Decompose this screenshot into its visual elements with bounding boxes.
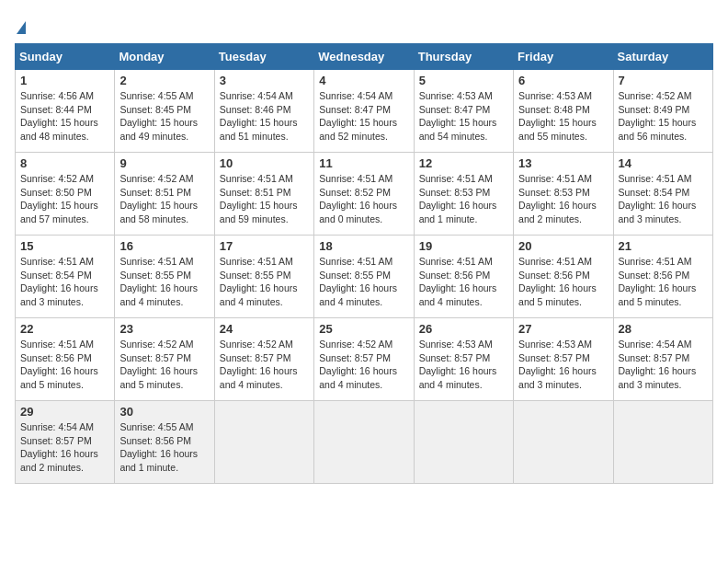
day-cell — [414, 401, 513, 484]
day-info: Sunrise: 4:52 AM Sunset: 8:49 PM Dayligh… — [619, 89, 708, 144]
day-cell — [514, 401, 613, 484]
day-info: Sunrise: 4:52 AM Sunset: 8:57 PM Dayligh… — [319, 338, 408, 392]
day-info: Sunrise: 4:54 AM Sunset: 8:57 PM Dayligh… — [20, 420, 109, 475]
calendar-body: 1Sunrise: 4:56 AM Sunset: 8:44 PM Daylig… — [16, 70, 713, 484]
day-cell: 4Sunrise: 4:54 AM Sunset: 8:47 PM Daylig… — [314, 70, 414, 153]
day-info: Sunrise: 4:55 AM Sunset: 8:56 PM Dayligh… — [119, 420, 209, 475]
day-number: 16 — [119, 239, 209, 253]
day-number: 14 — [619, 156, 708, 170]
day-number: 3 — [220, 74, 309, 87]
day-number: 7 — [619, 74, 708, 87]
day-cell — [613, 401, 712, 484]
day-cell: 2Sunrise: 4:55 AM Sunset: 8:45 PM Daylig… — [115, 70, 214, 153]
day-cell: 6Sunrise: 4:53 AM Sunset: 8:48 PM Daylig… — [514, 70, 613, 153]
day-info: Sunrise: 4:51 AM Sunset: 8:53 PM Dayligh… — [419, 172, 508, 226]
day-cell: 23Sunrise: 4:52 AM Sunset: 8:57 PM Dayli… — [115, 318, 214, 401]
day-cell: 11Sunrise: 4:51 AM Sunset: 8:52 PM Dayli… — [314, 153, 414, 236]
day-cell: 22Sunrise: 4:51 AM Sunset: 8:56 PM Dayli… — [16, 318, 115, 401]
day-cell — [314, 401, 414, 484]
day-info: Sunrise: 4:51 AM Sunset: 8:56 PM Dayligh… — [419, 255, 508, 309]
day-header-tuesday: Tuesday — [214, 44, 313, 70]
day-number: 9 — [119, 156, 209, 170]
logo-text — [15, 15, 26, 36]
day-info: Sunrise: 4:51 AM Sunset: 8:53 PM Dayligh… — [518, 172, 608, 226]
day-number: 11 — [319, 156, 408, 170]
day-info: Sunrise: 4:51 AM Sunset: 8:56 PM Dayligh… — [518, 255, 608, 309]
day-cell: 18Sunrise: 4:51 AM Sunset: 8:55 PM Dayli… — [314, 236, 414, 318]
day-cell: 8Sunrise: 4:52 AM Sunset: 8:50 PM Daylig… — [16, 153, 115, 236]
day-cell: 19Sunrise: 4:51 AM Sunset: 8:56 PM Dayli… — [414, 236, 513, 318]
day-cell: 13Sunrise: 4:51 AM Sunset: 8:53 PM Dayli… — [514, 153, 613, 236]
day-cell: 9Sunrise: 4:52 AM Sunset: 8:51 PM Daylig… — [115, 153, 214, 236]
calendar-table: SundayMondayTuesdayWednesdayThursdayFrid… — [15, 43, 713, 484]
day-header-saturday: Saturday — [613, 44, 712, 70]
day-number: 25 — [319, 322, 408, 336]
day-number: 6 — [518, 74, 608, 87]
day-info: Sunrise: 4:53 AM Sunset: 8:57 PM Dayligh… — [518, 338, 608, 392]
day-cell: 29Sunrise: 4:54 AM Sunset: 8:57 PM Dayli… — [16, 401, 115, 484]
day-cell: 5Sunrise: 4:53 AM Sunset: 8:47 PM Daylig… — [414, 70, 513, 153]
day-cell: 17Sunrise: 4:51 AM Sunset: 8:55 PM Dayli… — [214, 236, 313, 318]
day-header-sunday: Sunday — [16, 44, 115, 70]
day-cell: 28Sunrise: 4:54 AM Sunset: 8:57 PM Dayli… — [613, 318, 712, 401]
day-number: 13 — [518, 156, 608, 170]
day-number: 18 — [319, 239, 408, 253]
day-cell: 24Sunrise: 4:52 AM Sunset: 8:57 PM Dayli… — [214, 318, 313, 401]
day-number: 8 — [20, 156, 109, 170]
day-number: 15 — [20, 239, 109, 253]
day-header-wednesday: Wednesday — [314, 44, 414, 70]
day-number: 23 — [119, 322, 209, 336]
day-cell: 16Sunrise: 4:51 AM Sunset: 8:55 PM Dayli… — [115, 236, 214, 318]
day-info: Sunrise: 4:53 AM Sunset: 8:57 PM Dayligh… — [419, 338, 508, 392]
day-number: 12 — [419, 156, 508, 170]
day-cell: 21Sunrise: 4:51 AM Sunset: 8:56 PM Dayli… — [613, 236, 712, 318]
logo — [15, 15, 26, 36]
day-info: Sunrise: 4:51 AM Sunset: 8:56 PM Dayligh… — [619, 255, 708, 309]
week-row-5: 29Sunrise: 4:54 AM Sunset: 8:57 PM Dayli… — [16, 401, 713, 484]
day-cell: 26Sunrise: 4:53 AM Sunset: 8:57 PM Dayli… — [414, 318, 513, 401]
day-cell: 1Sunrise: 4:56 AM Sunset: 8:44 PM Daylig… — [16, 70, 115, 153]
day-number: 29 — [20, 405, 109, 419]
day-cell: 14Sunrise: 4:51 AM Sunset: 8:54 PM Dayli… — [613, 153, 712, 236]
day-number: 22 — [20, 322, 109, 336]
day-info: Sunrise: 4:52 AM Sunset: 8:57 PM Dayligh… — [119, 338, 209, 392]
day-number: 1 — [20, 74, 109, 87]
day-cell — [214, 401, 313, 484]
day-info: Sunrise: 4:51 AM Sunset: 8:55 PM Dayligh… — [319, 255, 408, 309]
day-info: Sunrise: 4:55 AM Sunset: 8:45 PM Dayligh… — [119, 89, 209, 144]
day-cell: 15Sunrise: 4:51 AM Sunset: 8:54 PM Dayli… — [16, 236, 115, 318]
week-row-1: 1Sunrise: 4:56 AM Sunset: 8:44 PM Daylig… — [16, 70, 713, 153]
day-number: 30 — [119, 405, 209, 419]
day-cell: 25Sunrise: 4:52 AM Sunset: 8:57 PM Dayli… — [314, 318, 414, 401]
day-info: Sunrise: 4:56 AM Sunset: 8:44 PM Dayligh… — [20, 89, 109, 144]
day-info: Sunrise: 4:51 AM Sunset: 8:54 PM Dayligh… — [20, 255, 109, 309]
day-number: 19 — [419, 239, 508, 253]
day-number: 27 — [518, 322, 608, 336]
day-number: 24 — [220, 322, 309, 336]
day-info: Sunrise: 4:51 AM Sunset: 8:55 PM Dayligh… — [220, 255, 309, 309]
day-cell: 3Sunrise: 4:54 AM Sunset: 8:46 PM Daylig… — [214, 70, 313, 153]
week-row-3: 15Sunrise: 4:51 AM Sunset: 8:54 PM Dayli… — [16, 236, 713, 318]
day-number: 26 — [419, 322, 508, 336]
day-info: Sunrise: 4:52 AM Sunset: 8:57 PM Dayligh… — [220, 338, 309, 392]
day-cell: 30Sunrise: 4:55 AM Sunset: 8:56 PM Dayli… — [115, 401, 214, 484]
day-cell: 7Sunrise: 4:52 AM Sunset: 8:49 PM Daylig… — [613, 70, 712, 153]
day-number: 2 — [119, 74, 209, 87]
day-info: Sunrise: 4:52 AM Sunset: 8:50 PM Dayligh… — [20, 172, 109, 226]
day-number: 28 — [619, 322, 708, 336]
day-number: 5 — [419, 74, 508, 87]
day-number: 20 — [518, 239, 608, 253]
week-row-4: 22Sunrise: 4:51 AM Sunset: 8:56 PM Dayli… — [16, 318, 713, 401]
logo-triangle-icon — [17, 21, 26, 34]
day-number: 10 — [220, 156, 309, 170]
day-cell: 20Sunrise: 4:51 AM Sunset: 8:56 PM Dayli… — [514, 236, 613, 318]
day-info: Sunrise: 4:51 AM Sunset: 8:51 PM Dayligh… — [220, 172, 309, 226]
day-info: Sunrise: 4:51 AM Sunset: 8:54 PM Dayligh… — [619, 172, 708, 226]
day-info: Sunrise: 4:51 AM Sunset: 8:56 PM Dayligh… — [20, 338, 109, 392]
week-row-2: 8Sunrise: 4:52 AM Sunset: 8:50 PM Daylig… — [16, 153, 713, 236]
day-cell: 10Sunrise: 4:51 AM Sunset: 8:51 PM Dayli… — [214, 153, 313, 236]
day-cell: 27Sunrise: 4:53 AM Sunset: 8:57 PM Dayli… — [514, 318, 613, 401]
day-number: 17 — [220, 239, 309, 253]
day-header-thursday: Thursday — [414, 44, 513, 70]
day-info: Sunrise: 4:51 AM Sunset: 8:55 PM Dayligh… — [119, 255, 209, 309]
